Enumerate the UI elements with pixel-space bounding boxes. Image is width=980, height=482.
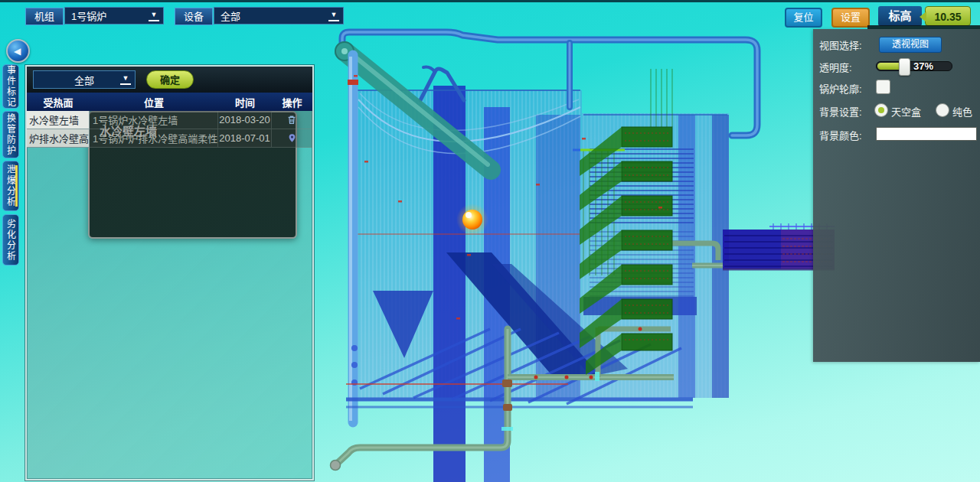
filter-select-value: 全部 (74, 73, 94, 87)
row-position: 1号锅炉炉排水冷壁高端柔性管 (90, 129, 218, 148)
opacity-value: 37% (913, 60, 933, 72)
col-header-surface: 受热面 (27, 93, 90, 111)
back-button[interactable]: ◀ (6, 39, 30, 63)
row-surface: 水冷壁左墙 (27, 111, 90, 129)
chevron-down-icon[interactable]: ▼ (149, 11, 159, 21)
confirm-button[interactable]: 确定 (146, 70, 194, 89)
row-date: 2018-07-01 (218, 129, 272, 148)
filter-select[interactable]: 全部 ▼ (33, 70, 136, 89)
reset-button[interactable]: 复位 (785, 8, 822, 28)
locate-icon[interactable] (272, 129, 312, 148)
bg-radio-0-label[interactable]: 天空盒 (891, 104, 921, 119)
event-list-panel: 全部 ▼ 确定 水冷壁左墙 受热面 位置 时间 操作 水冷壁左墙 1号锅炉水冷壁… (25, 65, 314, 480)
top-edge-strip (0, 0, 980, 2)
bg-color-label: 背景颜色: (819, 128, 862, 142)
delete-icon[interactable] (272, 111, 312, 129)
row-date: 2018-03-20 (218, 111, 272, 129)
chevron-down-icon[interactable]: ▼ (120, 74, 131, 85)
back-arrow-icon: ◀ (14, 47, 21, 56)
col-header-action: 操作 (272, 93, 312, 111)
background-label: 背景设置: (819, 104, 862, 119)
table-row[interactable]: 水冷壁左墙 1号锅炉水冷壁左墙 2018-03-20 (27, 111, 312, 129)
bg-radio-1-label[interactable]: 纯色 (952, 104, 972, 119)
view-settings-panel: 视图选择: 透视视图 透明度: 37% 锅炉轮廓: 背景设置: 天空盒 纯色 背… (813, 29, 980, 362)
bg-color-swatch[interactable] (876, 127, 977, 141)
row-surface: 炉排水冷壁高端柔性管 (27, 129, 90, 148)
unit-select-value: 1号锅炉 (71, 8, 106, 23)
col-header-time: 时间 (218, 93, 272, 111)
chevron-down-icon[interactable]: ▼ (328, 11, 339, 21)
elevation-value: 10.35 (925, 6, 971, 26)
opacity-slider-handle[interactable] (899, 58, 910, 76)
unit-label: 机组 (25, 8, 64, 25)
view-select-label: 视图选择: (819, 37, 862, 52)
unit-select[interactable]: 1号锅炉 ▼ (64, 7, 164, 24)
outline-checkbox[interactable] (876, 80, 890, 94)
perspective-view-button[interactable]: 透视视图 (879, 37, 942, 53)
bg-radio-1[interactable] (936, 103, 949, 117)
device-select[interactable]: 全部 ▼ (214, 7, 344, 24)
opacity-slider[interactable]: 37% (876, 61, 952, 71)
sidebar-tab-0[interactable]: 事件标记 (2, 64, 19, 109)
panel-header: 全部 ▼ 确定 (27, 67, 312, 93)
table-header: 受热面 位置 时间 操作 (27, 93, 312, 111)
sidebar-tab-3[interactable]: 劣化分析 (2, 214, 19, 265)
opacity-label: 透明度: (819, 60, 852, 74)
device-label: 设备 (175, 8, 213, 25)
bg-radio-0[interactable] (874, 103, 888, 117)
settings-button[interactable]: 设置 (831, 8, 870, 28)
elevation-label: 标高 (878, 6, 922, 26)
table-row[interactable]: 炉排水冷壁高端柔性管 1号锅炉炉排水冷壁高端柔性管 2018-07-01 (27, 129, 312, 148)
row-position: 1号锅炉水冷壁左墙 (90, 111, 218, 129)
boiler-body (354, 86, 729, 482)
sidebar-tab-1[interactable]: 换管防护 (2, 111, 19, 158)
sidebar-tab-2[interactable]: 泄爆分析 (2, 161, 19, 211)
event-marker[interactable] (456, 204, 488, 236)
device-select-value: 全部 (220, 8, 240, 23)
outline-label: 锅炉轮廓: (819, 81, 862, 96)
col-header-position: 位置 (90, 93, 218, 111)
